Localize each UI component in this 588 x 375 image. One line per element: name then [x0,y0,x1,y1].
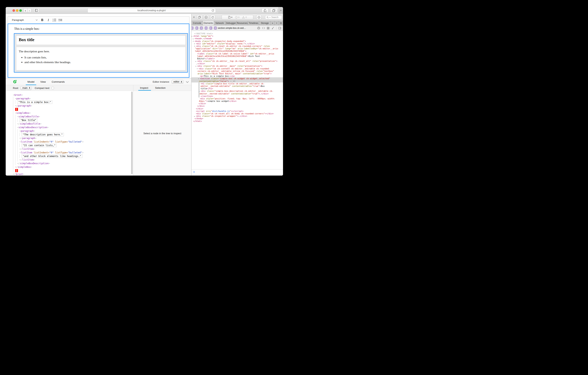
tab-commands[interactable]: Commands [50,78,66,85]
dom-tree-node[interactable]: ▼<div class="ck ck-editor__main" role="p… [191,65,283,67]
dom-tree-node[interactable]: ▶<div class="ck ck-editor__top ck-reset_… [191,60,283,62]
dom-tree-node[interactable]: editor__nested-editable" contenteditable… [191,85,283,88]
model-tree-node[interactable]: "The description goes here." [6,133,133,136]
model-tree-node[interactable]: </listItem> [6,158,133,162]
console-prompt-bar[interactable]: > [191,169,283,176]
model-text-node[interactable]: "and other block elements like headings.… [21,154,82,158]
element-badge-icon[interactable]: E [196,27,198,30]
close-devtools-button[interactable]: × [192,16,196,19]
tab-debugger[interactable]: Debugger [225,21,237,25]
dom-tree-node[interactable]: ▼<html lang="en"> [191,35,283,37]
detach-devtools-button[interactable] [197,15,202,20]
tab-network[interactable]: Network [214,21,225,25]
resource-count[interactable]: 4 [228,16,232,19]
root-select[interactable]: main [21,86,32,90]
address-bar[interactable]: localhost/creating-a-plugin/ [87,8,216,13]
dom-tree-node[interactable]: "application" dir="ltr" lang="en" aria-l… [191,47,283,50]
dom-tree-node[interactable]: </section> [191,95,283,98]
styles-brush-icon[interactable] [272,27,274,29]
details-sidebar-icon[interactable] [278,27,281,29]
dom-tree-node[interactable]: 42px;">simple box widget</div> [191,100,283,102]
element-badge-icon[interactable]: E [210,27,212,30]
warning-count[interactable]: 0 [242,16,247,19]
model-tree-node[interactable]: <listItem listIndent="0" listType="bulle… [6,140,133,143]
model-text-node[interactable]: "It can contain lists," [21,144,57,147]
tab-overview-button[interactable] [270,8,277,12]
description-paragraph[interactable]: The description goes here. [19,50,183,53]
model-tree-node[interactable]: ] [6,169,133,172]
dom-tree-node[interactable]: <div style="position: fixed; top: 0px; l… [191,98,283,100]
model-tree-node[interactable]: <paragraph> [6,129,133,133]
tab-storage[interactable]: Storage [259,21,271,25]
reload-button[interactable] [211,9,214,12]
model-tree-node[interactable]: "and other block elements like headings.… [6,154,133,158]
model-tree-node[interactable]: "Box title" [6,118,133,122]
new-tab-button[interactable]: + [278,7,283,14]
dom-tree-node[interactable]: </html> [191,120,283,122]
error-count[interactable]: 0 [235,16,240,19]
model-tree-node[interactable]: </simpleBoxDescription> [6,162,133,165]
box-title-heading[interactable]: Box title [19,37,183,42]
dom-tree-node[interactable]: <p>This is a simple box:</p> [191,75,283,77]
model-tree-node[interactable]: </paragraph> [6,104,133,108]
model-tree-node[interactable]: </$root> [6,172,133,176]
tab-resources[interactable]: Resources [237,21,248,25]
source-code-icon[interactable] [262,27,265,29]
collapse-inspector-icon[interactable] [186,80,189,83]
dock-devtools-button[interactable] [204,15,209,20]
dom-tree-node[interactable]: corners ck-editor__editable_inline ck-fo… [191,70,283,72]
zoom-window-button[interactable] [19,9,22,12]
model-tree-node[interactable]: <simpleBox> [6,111,133,115]
model-tree-node[interactable]: [ [6,108,133,111]
model-tree-node[interactable]: </simpleBox> [6,165,133,169]
dom-tree-node[interactable]: <div class="ck ck-reset_all ck-body ck-r… [191,112,283,115]
dom-tree-node[interactable]: ▼<section class="simple-box ck-widget ck… [191,77,283,80]
dom-tree-node[interactable]: label_e63cbbfece34c53ce23501062343f49b8"… [191,50,283,52]
model-tree-node[interactable]: <paragraph> [6,97,133,100]
model-tree-node[interactable]: </paragraph> [6,136,133,140]
print-icon[interactable] [257,27,260,29]
grid-layout-icon[interactable] [267,27,269,29]
add-tab-button[interactable]: + [275,21,279,25]
dom-tree-node[interactable]: <script src="dist/bundle.js"></script> [191,110,283,112]
tab-console[interactable]: Console [191,21,203,25]
dom-tree-node[interactable]: ▼<body class="ck-inspector-body-expanded… [191,40,283,43]
forward-button[interactable]: › [27,8,32,12]
bulleted-list-button[interactable] [57,17,63,23]
minimize-window-button[interactable] [16,9,18,12]
more-tabs-button[interactable]: » [271,21,275,25]
dom-tree-node[interactable]: editor__nested-editable" contenteditable… [191,92,283,95]
dom-tree-node[interactable]: aria-label="Rich Text Editor, main" cont… [191,72,283,75]
numbered-list-button[interactable]: 1 2 [51,17,57,23]
model-tree-node[interactable]: </listItem> [6,147,133,151]
simple-box-title[interactable]: Box title [16,35,186,45]
model-tree-node[interactable]: </simpleBoxTitle> [6,122,133,125]
dom-tree-node[interactable]: ▼<div class="ck ck-reset ck-editor ck-ro… [191,45,283,47]
model-tree-node[interactable]: <simpleBoxTitle> [6,115,133,118]
dom-tree-node[interactable]: ▶<head>…</head> [191,37,283,40]
simple-box-widget[interactable]: Box title The description goes here. It … [14,33,188,73]
dom-tree-node[interactable]: title</h1> [191,88,283,90]
italic-button[interactable]: I [45,17,51,23]
sidebar-toggle-button[interactable] [33,8,39,12]
list-item[interactable]: and other block elements like headings. [24,60,183,64]
reload-page-button[interactable] [210,15,215,20]
model-tree-node[interactable]: <$root> [6,93,133,97]
element-badge-icon[interactable]: E [200,27,203,30]
model-tree-node[interactable]: <listItem listIndent="0" listType="bulle… [6,151,133,154]
breadcrumb-selected-node[interactable]: section.simple-box.ck-wid… [218,27,246,29]
model-text-node[interactable]: "This is a simple box:" [17,100,52,104]
close-window-button[interactable] [12,9,15,12]
tab-model[interactable]: Model [26,78,36,85]
tab-elements[interactable]: Elements [203,21,214,25]
dom-tree-node[interactable]: ▶<div class="simple-box-description ck-e… [191,90,283,92]
dom-tree-node[interactable]: <label class="ck ck-label ck-voice-label… [191,53,283,55]
dom-tree-node[interactable]: </body> [191,117,283,120]
editor-instance-select[interactable]: editor [172,80,183,84]
model-text-node[interactable]: "Box title" [20,119,38,122]
element-badge-icon[interactable]: E [214,27,217,30]
dom-tree-node[interactable]: <h1 class="simple-box-title ck-editor__e… [191,82,283,85]
dom-tree-node[interactable]: ▶<div id="editor" style="display: none;"… [191,43,283,45]
share-button[interactable] [262,8,268,12]
model-text-node[interactable]: "The description goes here." [21,133,64,136]
